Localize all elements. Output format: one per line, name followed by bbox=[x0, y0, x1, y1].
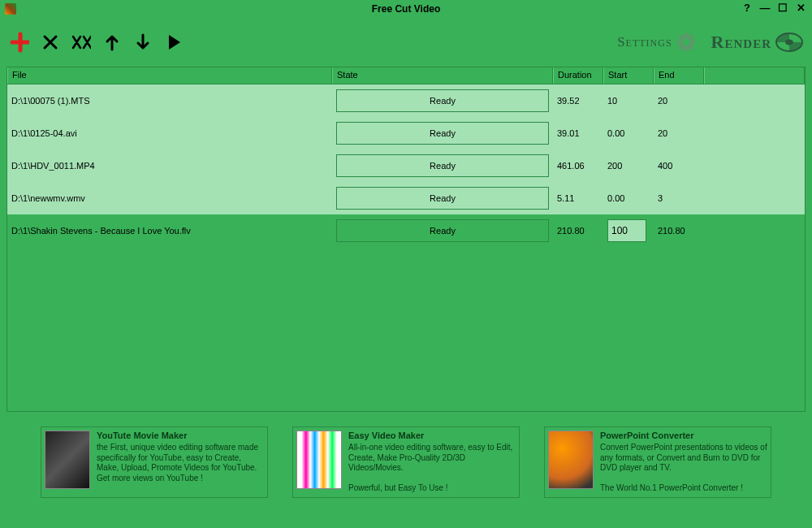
cell-file: D:\1\newwmv.wmv bbox=[7, 182, 332, 214]
header-file[interactable]: File bbox=[7, 67, 332, 84]
promo-desc: Convert PowerPoint presentations to vide… bbox=[600, 443, 767, 494]
cell-start[interactable]: 0.00 bbox=[603, 117, 654, 149]
minimize-button[interactable]: — bbox=[758, 2, 771, 15]
state-box: Ready bbox=[336, 219, 549, 242]
cell-state: Ready bbox=[332, 182, 553, 214]
promo-desc: the First, unique video editing software… bbox=[97, 443, 264, 483]
header-rest bbox=[704, 67, 805, 84]
gear-icon bbox=[676, 32, 697, 53]
promo-desc: All-in-one video editing software, easy … bbox=[348, 443, 516, 494]
table-row[interactable]: D:\1\0125-04.aviReady39.010.0020 bbox=[7, 117, 805, 149]
table-row[interactable]: D:\1\00075 (1).MTSReady39.521020 bbox=[7, 84, 805, 117]
maximize-button[interactable]: ☐ bbox=[776, 2, 789, 15]
cell-state: Ready bbox=[332, 84, 553, 117]
cell-end[interactable]: 3 bbox=[654, 182, 704, 214]
header-end[interactable]: End bbox=[654, 67, 704, 84]
render-label: Render bbox=[711, 32, 771, 53]
header-state[interactable]: State bbox=[332, 67, 553, 84]
table-header: File State Duration Start End bbox=[7, 67, 805, 84]
state-box: Ready bbox=[336, 187, 549, 210]
table-row[interactable]: D:\1\Shakin Stevens - Because I Love You… bbox=[7, 214, 805, 247]
move-up-button[interactable] bbox=[102, 32, 122, 52]
header-duration[interactable]: Duration bbox=[553, 67, 603, 84]
cell-file: D:\1\Shakin Stevens - Because I Love You… bbox=[7, 214, 332, 247]
play-button[interactable] bbox=[164, 32, 184, 52]
cell-duration: 39.01 bbox=[553, 117, 603, 149]
help-button[interactable]: ? bbox=[741, 2, 754, 15]
title-bar: Free Cut Video ? — ☐ ✕ bbox=[0, 0, 812, 18]
cell-end[interactable]: 210.80 bbox=[654, 214, 704, 247]
cell-duration: 210.80 bbox=[553, 214, 603, 247]
cell-state: Ready bbox=[332, 149, 553, 182]
cell-end[interactable]: 20 bbox=[654, 84, 704, 117]
render-button[interactable]: Render bbox=[711, 28, 804, 57]
state-box: Ready bbox=[336, 122, 549, 145]
table-row[interactable]: D:\1\HDV_0011.MP4Ready461.06200400 bbox=[7, 149, 805, 182]
remove-button[interactable] bbox=[41, 32, 60, 52]
state-box: Ready bbox=[336, 154, 549, 177]
svg-point-1 bbox=[682, 39, 689, 46]
disc-icon bbox=[775, 28, 804, 57]
promo-title: YouTute Movie Maker bbox=[97, 431, 264, 440]
cell-start[interactable]: 0.00 bbox=[603, 182, 654, 214]
cell-file: D:\1\00075 (1).MTS bbox=[7, 84, 332, 117]
promo-easy-video-maker[interactable]: Easy Video Maker All-in-one video editin… bbox=[292, 426, 520, 498]
cell-duration: 461.06 bbox=[553, 149, 603, 182]
cell-duration: 39.52 bbox=[553, 84, 603, 117]
remove-all-button[interactable] bbox=[71, 32, 91, 52]
app-icon bbox=[5, 3, 16, 15]
state-box: Ready bbox=[336, 89, 549, 112]
plus-icon bbox=[10, 32, 29, 53]
cell-start[interactable] bbox=[603, 214, 654, 247]
start-input[interactable] bbox=[607, 219, 646, 242]
arrow-down-icon bbox=[136, 33, 150, 51]
cell-file: D:\1\0125-04.avi bbox=[7, 117, 332, 149]
promo-thumb bbox=[296, 431, 342, 489]
app-title: Free Cut Video bbox=[372, 3, 440, 15]
cell-end[interactable]: 400 bbox=[654, 149, 704, 182]
promo-area: YouTute Movie Maker the First, unique vi… bbox=[41, 426, 771, 498]
header-start[interactable]: Start bbox=[603, 67, 654, 84]
settings-button[interactable]: Settings bbox=[617, 32, 696, 53]
move-down-button[interactable] bbox=[133, 32, 153, 52]
cell-end[interactable]: 20 bbox=[654, 117, 704, 149]
settings-label: Settings bbox=[617, 34, 672, 50]
table-body: D:\1\00075 (1).MTSReady39.521020D:\1\012… bbox=[7, 84, 805, 410]
cell-file: D:\1\HDV_0011.MP4 bbox=[7, 149, 332, 182]
promo-thumb bbox=[548, 431, 594, 489]
toolbar: Settings Render bbox=[0, 18, 812, 67]
table-row[interactable]: D:\1\newwmv.wmvReady5.110.003 bbox=[7, 182, 805, 214]
promo-powerpoint-converter[interactable]: PowerPoint Converter Convert PowerPoint … bbox=[544, 426, 771, 498]
arrow-up-icon bbox=[105, 33, 119, 51]
promo-title: PowerPoint Converter bbox=[600, 431, 767, 440]
cell-start[interactable]: 200 bbox=[603, 149, 654, 182]
cell-state: Ready bbox=[332, 214, 553, 247]
play-icon bbox=[166, 33, 181, 51]
promo-title: Easy Video Maker bbox=[348, 431, 516, 440]
promo-thumb bbox=[45, 431, 90, 489]
promo-youtube-maker[interactable]: YouTute Movie Maker the First, unique vi… bbox=[41, 426, 268, 498]
close-button[interactable]: ✕ bbox=[794, 2, 807, 15]
add-button[interactable] bbox=[10, 32, 29, 52]
cell-start[interactable]: 10 bbox=[603, 84, 654, 117]
cell-duration: 5.11 bbox=[553, 182, 603, 214]
cell-state: Ready bbox=[332, 117, 553, 149]
file-table: File State Duration Start End D:\1\00075… bbox=[6, 67, 806, 412]
double-x-icon bbox=[71, 34, 91, 50]
x-icon bbox=[42, 34, 58, 50]
